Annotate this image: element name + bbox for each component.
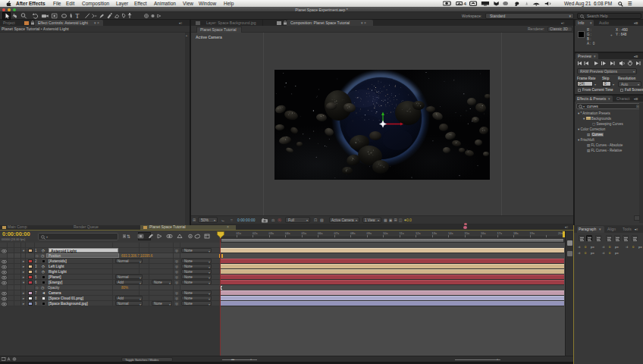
svg-text:T: T [76, 13, 80, 20]
svg-text:4: 4 [463, 2, 466, 6]
svg-text:⇅: ⇅ [127, 234, 130, 239]
